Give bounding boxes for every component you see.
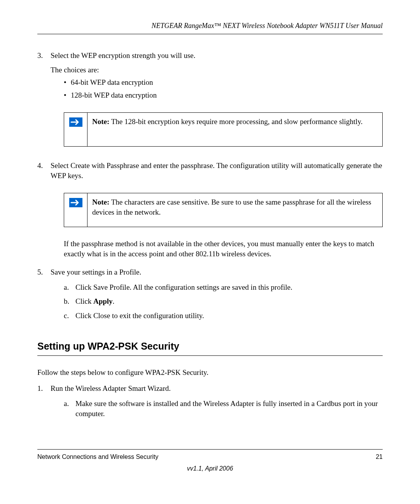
note-icon-cell	[64, 113, 88, 146]
step-5: 5. Save your settings in a Profile. a. C…	[37, 267, 383, 325]
section-step-1-text: Run the Wireless Adapter Smart Wizard.	[51, 383, 383, 394]
section-intro: Follow the steps below to configure WPA2…	[37, 368, 383, 378]
step-5-number: 5.	[37, 267, 51, 325]
footer-left: Network Connections and Wireless Securit…	[37, 453, 158, 461]
substep-text: Click Apply.	[75, 296, 383, 307]
step-3-text: Select the WEP encryption strength you w…	[51, 51, 383, 61]
page-footer: Network Connections and Wireless Securit…	[37, 449, 383, 461]
section-heading: Setting up WPA2-PSK Security	[37, 340, 383, 356]
note-2-text: Note: The characters are case sensitive.…	[88, 193, 382, 227]
step-4: 4. Select Create with Passphrase and ent…	[37, 161, 383, 265]
substep-text: Make sure the software is installed and …	[75, 399, 383, 419]
note-box-2: Note: The characters are case sensitive.…	[64, 193, 383, 227]
substep-letter: a.	[64, 399, 75, 419]
bullet-item: 64-bit WEP data encryption	[64, 77, 383, 88]
step-5-text: Save your settings in a Profile.	[51, 267, 383, 278]
page-number: 21	[376, 453, 383, 461]
section-step-1: 1. Run the Wireless Adapter Smart Wizard…	[37, 383, 383, 423]
substep-text: Click Save Profile. All the configuratio…	[75, 282, 383, 293]
note-icon-cell	[64, 193, 88, 227]
substep-c: c. Click Close to exit the configuration…	[64, 311, 383, 321]
section-step-1-number: 1.	[37, 383, 51, 423]
note-label: Note:	[92, 198, 109, 206]
step-3: 3. Select the WEP encryption strength yo…	[37, 51, 383, 158]
substep-text: Click Close to exit the configuration ut…	[75, 311, 383, 321]
step-3-number: 3.	[37, 51, 51, 158]
header-title: NETGEAR RangeMax™ NEXT Wireless Notebook…	[151, 22, 383, 30]
bullet-item: 128-bit WEP data encryption	[64, 90, 383, 101]
step-3-sub: The choices are:	[51, 65, 383, 75]
substep-letter: b.	[64, 296, 75, 307]
arrow-right-icon	[69, 117, 82, 127]
substep-letter: c.	[64, 311, 75, 321]
after-note-2: If the passphrase method is not availabl…	[64, 239, 383, 259]
step-3-bullets: 64-bit WEP data encryption 128-bit WEP d…	[51, 77, 383, 100]
step-4-number: 4.	[37, 161, 51, 265]
substep-a: a. Click Save Profile. All the configura…	[64, 282, 383, 293]
bold-apply: Apply	[93, 297, 113, 305]
step-5-substeps: a. Click Save Profile. All the configura…	[51, 282, 383, 321]
substep-letter: a.	[64, 282, 75, 293]
page-header: NETGEAR RangeMax™ NEXT Wireless Notebook…	[37, 21, 383, 34]
note-1-text: Note: The 128-bit encryption keys requir…	[88, 113, 382, 146]
substep-b: b. Click Apply.	[64, 296, 383, 307]
note-body: The characters are case sensitive. Be su…	[92, 198, 371, 217]
note-body: The 128-bit encryption keys require more…	[109, 117, 362, 126]
arrow-right-icon	[69, 198, 82, 207]
footer-version: vv1.1, April 2006	[0, 464, 420, 473]
note-label: Note:	[92, 117, 109, 126]
note-box-1: Note: The 128-bit encryption keys requir…	[64, 112, 383, 147]
substep-a: a. Make sure the software is installed a…	[64, 399, 383, 419]
section-step-1-substeps: a. Make sure the software is installed a…	[51, 399, 383, 419]
step-4-text: Select Create with Passphrase and enter …	[51, 161, 383, 181]
